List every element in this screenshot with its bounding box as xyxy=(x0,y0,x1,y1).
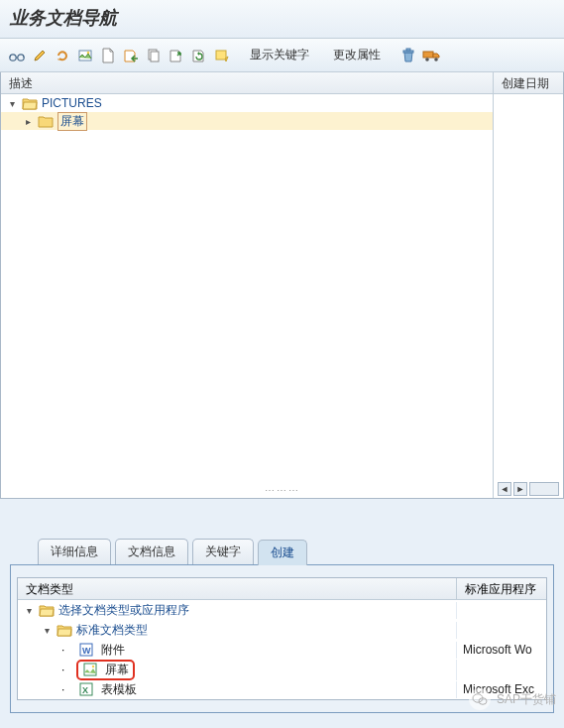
scroll-controls: ◄ ► xyxy=(498,482,559,496)
bottom-panel: 详细信息 文档信息 关键字 创建 文档类型 标准应用程序 ▾ 选择文档类型或应用… xyxy=(0,539,564,713)
doc-type-template[interactable]: X 表模板 xyxy=(76,681,139,698)
refresh-icon[interactable] xyxy=(52,45,73,66)
folder-open-icon xyxy=(56,623,72,637)
column-created-date[interactable]: 创建日期 xyxy=(494,72,563,93)
svg-rect-8 xyxy=(406,49,410,51)
word-doc-icon: W xyxy=(78,643,94,657)
tab-bar: 详细信息 文档信息 关键字 创建 xyxy=(38,539,554,564)
svg-rect-9 xyxy=(423,52,433,58)
glasses-icon[interactable] xyxy=(6,45,28,66)
tree-date-column-body xyxy=(494,94,563,478)
doc-type-attachment[interactable]: W 附件 xyxy=(76,642,127,659)
tab-create[interactable]: 创建 xyxy=(258,540,307,565)
tab-keywords[interactable]: 关键字 xyxy=(192,539,254,564)
doc-type-row-root[interactable]: ▾ 选择文档类型或应用程序 xyxy=(18,600,546,620)
collapse-icon[interactable]: ▾ xyxy=(24,605,35,616)
show-keywords-button[interactable]: 显示关键字 xyxy=(243,43,316,67)
page-title: 业务文档导航 xyxy=(10,6,554,30)
tree-body[interactable]: ▾ PICTURES ▸ 屏幕 xyxy=(1,94,494,498)
column-doc-type[interactable]: 文档类型 xyxy=(18,578,457,599)
svg-point-3 xyxy=(87,51,90,54)
copy-icon[interactable] xyxy=(143,45,165,66)
main-toolbar: 显示关键字 更改属性 xyxy=(0,39,564,72)
picture-icon[interactable] xyxy=(74,45,96,66)
svg-rect-14 xyxy=(84,664,96,675)
doc-type-root-label[interactable]: 选择文档类型或应用程序 xyxy=(58,602,189,619)
tree-child-label[interactable]: 屏幕 xyxy=(57,112,87,131)
folder-open-icon xyxy=(22,96,38,110)
reimport-icon[interactable] xyxy=(188,45,210,66)
svg-point-15 xyxy=(92,666,94,667)
tab-detail[interactable]: 详细信息 xyxy=(38,539,111,564)
doc-type-row-template[interactable]: · X 表模板 Microsoft Exc xyxy=(18,679,546,699)
bullet-icon: · xyxy=(61,663,72,676)
bullet-icon: · xyxy=(61,682,72,696)
document-tree-panel: 描述 创建日期 ▾ PICTURES ▸ 屏幕 ⋯⋯⋯ ◄ ► xyxy=(0,72,564,499)
doc-type-table: 文档类型 标准应用程序 ▾ 选择文档类型或应用程序 ▾ xyxy=(17,577,547,700)
tree-row-child[interactable]: ▸ 屏幕 xyxy=(1,112,493,130)
svg-point-11 xyxy=(434,58,438,61)
wechat-icon xyxy=(469,688,491,710)
note-icon[interactable] xyxy=(211,45,233,66)
svg-text:X: X xyxy=(82,685,88,695)
doc-type-label: 屏幕 xyxy=(105,662,129,678)
column-standard-app[interactable]: 标准应用程序 xyxy=(457,578,546,599)
image-doc-icon xyxy=(82,663,98,676)
folder-icon xyxy=(38,114,54,128)
svg-point-10 xyxy=(425,58,429,61)
watermark: SAP干货铺 xyxy=(469,688,556,710)
resize-handle[interactable]: ⋯⋯⋯ xyxy=(265,485,300,496)
tab-doc-info[interactable]: 文档信息 xyxy=(115,539,188,564)
watermark-text: SAP干货铺 xyxy=(497,691,556,708)
folder-open-icon xyxy=(39,603,55,617)
column-description[interactable]: 描述 xyxy=(1,72,494,93)
transport-icon[interactable] xyxy=(420,45,442,66)
tree-header: 描述 创建日期 xyxy=(1,72,563,94)
doc-type-header: 文档类型 标准应用程序 xyxy=(18,578,546,600)
tree-root-label[interactable]: PICTURES xyxy=(42,96,102,110)
doc-type-row-screen[interactable]: · 屏幕 xyxy=(18,660,546,679)
delete-icon[interactable] xyxy=(397,45,419,66)
import-icon[interactable] xyxy=(120,45,142,66)
scroll-left-icon[interactable]: ◄ xyxy=(498,482,511,496)
tree-row-root[interactable]: ▾ PICTURES xyxy=(1,94,493,112)
excel-doc-icon: X xyxy=(78,682,94,696)
doc-type-std-label[interactable]: 标准文档类型 xyxy=(76,622,148,639)
bullet-icon: · xyxy=(61,643,72,657)
pencil-icon[interactable] xyxy=(29,45,51,66)
expand-icon[interactable]: ▸ xyxy=(23,116,34,127)
collapse-icon[interactable]: ▾ xyxy=(42,625,53,636)
svg-rect-6 xyxy=(216,51,226,60)
doc-type-app: Microsoft Wo xyxy=(457,643,546,657)
doc-type-body: ▾ 选择文档类型或应用程序 ▾ 标准文档类型 xyxy=(18,600,546,699)
export-icon[interactable] xyxy=(166,45,187,66)
doc-type-label: 附件 xyxy=(101,642,125,659)
change-attributes-button[interactable]: 更改属性 xyxy=(326,43,388,67)
scroll-right-icon[interactable]: ► xyxy=(513,482,527,496)
doc-type-screen[interactable]: 屏幕 xyxy=(76,660,135,680)
scroll-spacer xyxy=(529,482,559,496)
doc-type-label: 表模板 xyxy=(101,681,137,698)
new-doc-icon[interactable] xyxy=(97,45,119,66)
doc-type-row-attachment[interactable]: · W 附件 Microsoft Wo xyxy=(18,640,546,660)
doc-type-row-std[interactable]: ▾ 标准文档类型 xyxy=(18,620,546,640)
svg-text:W: W xyxy=(82,646,91,656)
svg-rect-5 xyxy=(151,52,159,61)
window-header: 业务文档导航 xyxy=(0,0,564,39)
collapse-icon[interactable]: ▾ xyxy=(7,98,18,109)
